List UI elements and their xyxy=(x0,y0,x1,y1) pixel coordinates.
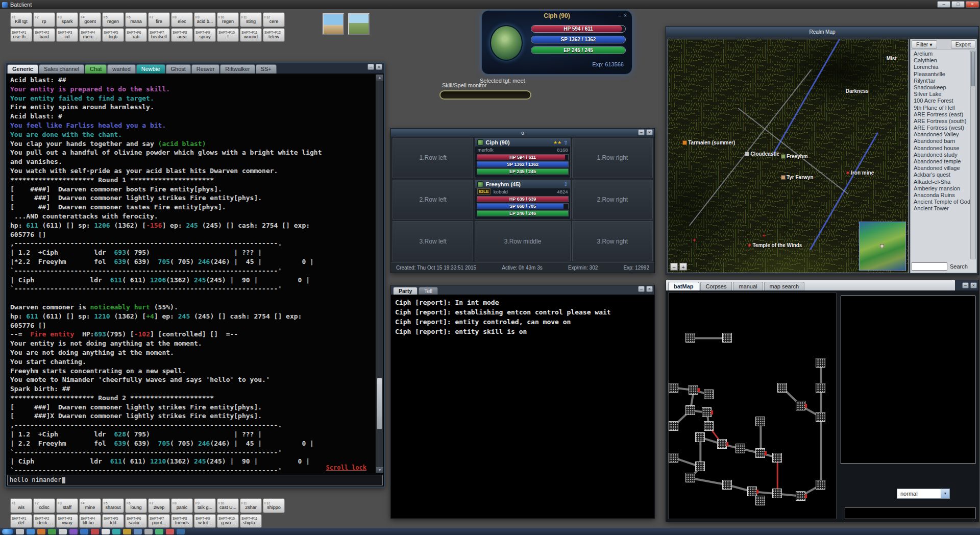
realm-location-item[interactable]: Ackbar's quest xyxy=(912,172,970,178)
map-room-node[interactable] xyxy=(702,407,712,417)
realm-location-item[interactable]: Lorenchia xyxy=(912,64,970,70)
map-room-node[interactable] xyxy=(796,491,805,501)
tab-generic[interactable]: Generic xyxy=(7,64,38,74)
map-room-node[interactable] xyxy=(772,489,782,498)
zoom-out-button[interactable]: − xyxy=(670,263,678,271)
realm-location-item[interactable]: ARE Fortress (east) xyxy=(912,111,970,118)
taskbar-app-icon[interactable] xyxy=(80,529,88,534)
scroll-up-icon[interactable]: ▲ xyxy=(376,75,383,81)
macro-button[interactable]: F112shar xyxy=(240,498,262,513)
macro-button[interactable]: SHFT+F2bard xyxy=(33,28,55,42)
map-room-node[interactable] xyxy=(689,385,698,395)
map-room-node[interactable] xyxy=(685,333,695,343)
terminal-scrollbar[interactable]: ▲ ▼ xyxy=(376,75,383,473)
macro-button[interactable]: SHFT+F10! xyxy=(217,28,239,42)
export-button[interactable]: Export xyxy=(951,40,975,48)
macro-button[interactable]: F7fire xyxy=(148,12,170,27)
map-room-node[interactable] xyxy=(722,333,732,343)
taskbar-app-icon[interactable] xyxy=(166,529,174,534)
map-room-node[interactable] xyxy=(755,417,765,426)
window-minimize-button[interactable]: – xyxy=(638,129,645,135)
macro-button[interactable]: SHFT+F7point... xyxy=(148,514,170,528)
realm-location-item[interactable]: ARE Fortress (south) xyxy=(912,118,970,125)
macro-button[interactable]: SHFT+F4lift bo... xyxy=(79,514,101,528)
window-minimize-button[interactable]: – xyxy=(638,286,645,292)
map-mode-dropdown[interactable]: normal ▾ xyxy=(897,489,950,499)
macro-button[interactable]: SHFT+F6sailor... xyxy=(125,514,147,528)
macro-button[interactable]: F1wis xyxy=(10,498,32,513)
tab-chat[interactable]: Chat xyxy=(85,64,107,74)
macro-button[interactable]: SHFT+F11shipla... xyxy=(240,514,262,528)
realm-location-item[interactable]: Abandoned house xyxy=(912,145,970,152)
zoom-in-button[interactable]: + xyxy=(679,263,687,271)
taskbar-app-icon[interactable] xyxy=(16,529,24,534)
macro-button[interactable]: F8elec xyxy=(171,12,193,27)
macro-button[interactable]: F10regen xyxy=(217,12,239,27)
tab-tell[interactable]: Tell xyxy=(419,287,438,295)
realm-location-item[interactable]: Ancient Temple of Gods xyxy=(912,199,970,205)
tab-newbie[interactable]: Newbie xyxy=(136,64,165,74)
macro-button[interactable]: SHFT+F1use th... xyxy=(10,28,32,42)
tab-wanted[interactable]: wanted xyxy=(107,64,135,74)
macro-button[interactable]: F2rp xyxy=(33,12,55,27)
tab-reaver[interactable]: Reaver xyxy=(191,64,219,74)
macro-button[interactable]: SHFT+F5tdd xyxy=(102,514,124,528)
macro-button[interactable]: SHFT+F4merc... xyxy=(79,28,101,42)
macro-button[interactable]: SHFT+F7healself xyxy=(148,28,170,42)
party-member-card[interactable]: Freeyhm (45)⇧IDLEkobold4824HP 639 / 639S… xyxy=(475,180,570,220)
realm-location-item[interactable]: Arelium xyxy=(912,51,970,57)
macro-button[interactable]: SHFT+F8friends xyxy=(171,514,193,528)
window-minimize-button[interactable]: – xyxy=(619,13,622,18)
party-monitor-titlebar[interactable]: o – × xyxy=(391,129,654,137)
world-minimap[interactable] xyxy=(859,222,906,271)
realm-location-item[interactable]: Afkadel-el-Sha xyxy=(912,179,970,185)
macro-button[interactable]: F5sharout xyxy=(102,498,124,513)
search-input[interactable] xyxy=(912,262,947,271)
taskbar-app-icon[interactable] xyxy=(37,529,45,534)
map-room-node[interactable] xyxy=(796,401,805,410)
macro-image-button-1[interactable] xyxy=(323,13,344,35)
realm-location-item[interactable]: 100 Acre Forest xyxy=(912,98,970,104)
map-room-node[interactable] xyxy=(695,461,705,471)
map-room-node[interactable] xyxy=(747,487,757,496)
macro-button[interactable]: F8panic xyxy=(171,498,193,513)
realm-location-item[interactable]: Abandoned temple xyxy=(912,158,970,165)
realm-location-item[interactable]: Abandoned village xyxy=(912,165,970,172)
realm-location-item[interactable]: ARE Fortress (west) xyxy=(912,125,970,131)
map-room-node[interactable] xyxy=(704,390,714,399)
taskbar-app-icon[interactable] xyxy=(112,529,120,534)
window-close-button[interactable]: × xyxy=(646,129,653,135)
window-close-button[interactable]: × xyxy=(646,286,653,292)
realm-location-item[interactable]: Calythien xyxy=(912,57,970,64)
realm-location-item[interactable]: 9th Plane of Hell xyxy=(912,105,970,111)
taskbar-app-icon[interactable] xyxy=(102,529,110,534)
minimize-button[interactable]: – xyxy=(937,1,950,8)
scrollbar-thumb[interactable] xyxy=(971,52,975,86)
realm-location-item[interactable]: Silver Lake xyxy=(912,91,970,98)
taskbar-app-icon[interactable] xyxy=(69,529,78,534)
map-room-node[interactable] xyxy=(816,480,825,490)
macro-button[interactable]: SHFT+F10g wo... xyxy=(217,514,239,528)
taskbar-app-icon[interactable] xyxy=(48,529,56,534)
map-room-node[interactable] xyxy=(669,453,678,463)
close-button[interactable]: × xyxy=(966,1,979,8)
tab-riftwalker[interactable]: Riftwalker xyxy=(220,64,255,74)
batmap-canvas[interactable] xyxy=(668,293,837,519)
scrollbar-thumb[interactable] xyxy=(377,378,382,430)
realm-map-area[interactable]: ^^//\\||~~..,,^^\\//~~||..,,^^//\\~~^^..… xyxy=(668,39,909,273)
tab-corpses[interactable]: Corpses xyxy=(700,282,732,290)
tab-manual[interactable]: manual xyxy=(733,282,763,290)
taskbar-app-icon[interactable] xyxy=(144,529,153,534)
window-close-button[interactable]: × xyxy=(624,13,627,18)
tab-batmap[interactable]: batMap xyxy=(668,282,699,290)
map-room-node[interactable] xyxy=(722,480,732,490)
start-button[interactable] xyxy=(2,529,13,534)
macro-button[interactable]: SHFT+F5logb xyxy=(102,28,124,42)
tab-ss-[interactable]: SS+ xyxy=(256,64,277,74)
macro-button[interactable]: F3staff xyxy=(56,498,78,513)
macro-button[interactable]: F9talk g... xyxy=(194,498,216,513)
map-room-node[interactable] xyxy=(717,439,727,449)
window-close-button[interactable]: × xyxy=(970,282,977,288)
macro-button[interactable]: SHFT+F9w tot... xyxy=(194,514,216,528)
realm-list-scrollbar[interactable] xyxy=(970,51,976,259)
